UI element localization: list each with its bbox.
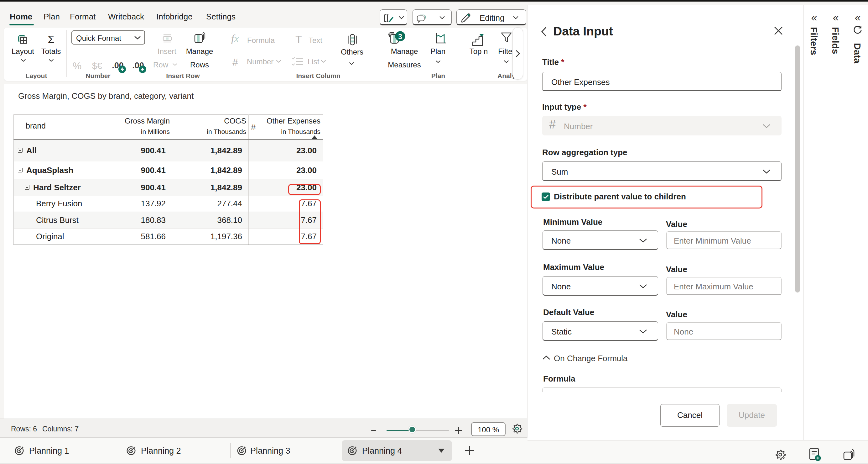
svg-text:3: 3 [398, 33, 402, 41]
